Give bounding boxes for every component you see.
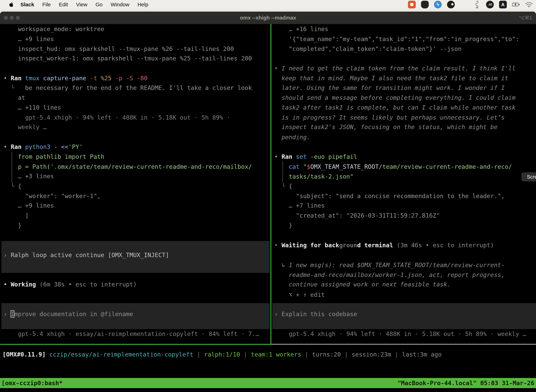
terminal-line: • Ran tmux capture-pane -t %25 -p -S -80: [4, 73, 148, 83]
terminal-line: from pathlib import Path: [4, 152, 104, 162]
battery-icon[interactable]: [512, 1, 520, 9]
terminal-line: pending.: [274, 132, 310, 142]
tmux-host-clock-label: "MacBook-Pro-44.local" 05:03 31-Mar-26: [397, 379, 534, 387]
terminal-line: }: [274, 220, 292, 230]
terminal-line: └ be necessary for the end of the README…: [4, 83, 252, 93]
working-status-line: • Working (6m 38s • esc to interrupt): [4, 280, 137, 289]
terminal-line: • Ran set -euo pipefail: [274, 152, 357, 162]
pane-divider[interactable]: [270, 24, 271, 344]
status-icons: ϟ..61A: [408, 0, 533, 9]
terminal-line: "completed","claim_token":"claim-token"}…: [274, 44, 461, 54]
terminal-line: … +9 lines: [4, 201, 54, 210]
terminal-line: task2 after task1 is complete, but can I…: [274, 103, 515, 112]
terminal-line: └ {: [274, 181, 292, 191]
tmux-session-label: [omx-cczip0:bash*: [1, 379, 62, 387]
screen: { "menu_bar": { "app_name": "Slack", "it…: [0, 0, 536, 392]
moon-app-icon[interactable]: [447, 1, 455, 9]
prompt-line-left: › Improve documentation in @filename: [4, 309, 133, 319]
menu-item-go[interactable]: Go: [96, 2, 103, 8]
terminal-line: continue assigned work or next feasible …: [274, 280, 451, 289]
terminal-line: ]: [4, 210, 29, 220]
terminal-line: • Ran python3 - <<'PY': [4, 142, 83, 152]
model-status-line: gpt-5.4 xhigh · 94% left · 488K in · 5.1…: [274, 329, 526, 339]
terminal-line: workspace_mode: worktree: [4, 24, 104, 34]
wifi-icon[interactable]: [525, 1, 533, 9]
terminal-line: inspect_hud: omx sparkshell --tmux-pane …: [4, 44, 234, 54]
terminal-line: "created_at": "2026-03-31T11:59:27.816Z": [274, 210, 440, 220]
terminal-line: is in progress? It seems likely but perh…: [274, 112, 505, 122]
pane-border-bottom-left: [0, 344, 271, 345]
tmux-status-bar: [omx-cczip0:bash* "MacBook-Pro-44.local"…: [0, 378, 536, 388]
text-cursor: I: [11, 311, 14, 317]
terminal-line: inspect task2's JSON, focusing on the st…: [274, 122, 498, 132]
terminal-line: p = Path('.omx/state/team/review-current…: [4, 162, 252, 172]
menu-item-file[interactable]: File: [42, 2, 51, 8]
screen-overlay-tooltip: Scre: [522, 173, 536, 181]
apple-menu-icon[interactable]: [9, 2, 13, 7]
terminal-line: keep that in mind. Maybe I also need the…: [274, 73, 508, 83]
pane-border-bottom-right: [271, 344, 536, 345]
terminal-line: … +7 lines: [274, 201, 325, 210]
omx-hud-line: [OMX#0.11.9] cczip/essay/ai-reimplementa…: [2, 350, 442, 359]
terminal-line: "subject": "send a concise recommendatio…: [274, 191, 505, 201]
terminal-line: '{"team_name":"my-team","task_id":"1","f…: [274, 34, 519, 44]
terminal-line: … +3 lines: [4, 171, 54, 181]
terminal-content: workspace_mode: worktree … +9 lines insp…: [0, 24, 536, 392]
terminal-line: … +110 lines: [4, 103, 61, 112]
window-shortcut-badge: ⌥⌘1: [519, 12, 532, 24]
menu-item-edit[interactable]: Edit: [59, 2, 68, 8]
terminal-line: readme-and-reco/mailbox/worker-1.json, a…: [274, 270, 505, 280]
menu-bar: Slack FileEditViewGoWindowHelp ϟ..61A: [0, 0, 536, 9]
terminal-line: cat "$OMX_TEAM_STATE_ROOT/team/review-cu…: [274, 162, 512, 172]
terminal-line: inspect_worker-1: omx sparkshell --tmux-…: [4, 53, 252, 63]
blue-badge-icon[interactable]: ϟ: [434, 1, 442, 9]
terminal-line: … +16 lines: [274, 24, 328, 34]
terminal-line: weekly …: [4, 122, 47, 132]
terminal-line: at: [4, 93, 25, 103]
menu-item-window[interactable]: Window: [111, 2, 129, 8]
terminal-line: • I need to get the claim token from the…: [274, 63, 516, 73]
terminal-line: ↳ 1 new msg(s): read $OMX_TEAM_STATE_ROO…: [274, 260, 505, 270]
terminal-line: gpt-5.4 xhigh · 94% left · 488K in · 5.1…: [4, 112, 230, 122]
waiting-status-line: • Waiting for background terminal (3m 46…: [274, 240, 494, 250]
chat-app-icon[interactable]: [408, 1, 416, 9]
menu-app-name[interactable]: Slack: [20, 2, 34, 8]
terminal-line: └ {: [4, 181, 21, 191]
window-titlebar[interactable]: omx --xhigh --madmax ⌥⌘1: [0, 12, 536, 24]
prompt-line-right: › Explain this codebase: [274, 309, 357, 319]
terminal-line: tasks/task-2.json": [274, 172, 354, 182]
agent-notice-line: › Ralph loop active continue [OMX_TMUX_I…: [4, 250, 169, 260]
terminal-line: "worker": "worker-1",: [4, 191, 101, 201]
tooltip-label: Scre: [527, 174, 536, 180]
menu-item-help[interactable]: Help: [138, 2, 148, 8]
terminal-line: should send a message before completing …: [274, 93, 515, 103]
battery-percent-icon[interactable]: ..61: [486, 1, 494, 9]
model-status-line: gpt-5.4 xhigh · essay/ai-reimplementatio…: [4, 329, 259, 339]
dots-grid-icon[interactable]: [460, 1, 468, 9]
input-source-icon[interactable]: A: [499, 1, 507, 9]
terminal-line: … +9 lines: [4, 34, 54, 44]
keyboard-shield-icon[interactable]: [421, 1, 429, 9]
edit-hint-line: ⌥ + ↑ edit: [274, 290, 325, 300]
menu-item-view[interactable]: View: [76, 2, 87, 8]
terminal-line: }: [4, 220, 21, 230]
terminal-line: later. Using the same for transition mig…: [274, 83, 505, 93]
window-title: omx --xhigh --madmax: [0, 12, 536, 24]
menu-bar-items: FileEditViewGoWindowHelp: [34, 2, 148, 8]
squiggle-icon[interactable]: [473, 1, 481, 9]
